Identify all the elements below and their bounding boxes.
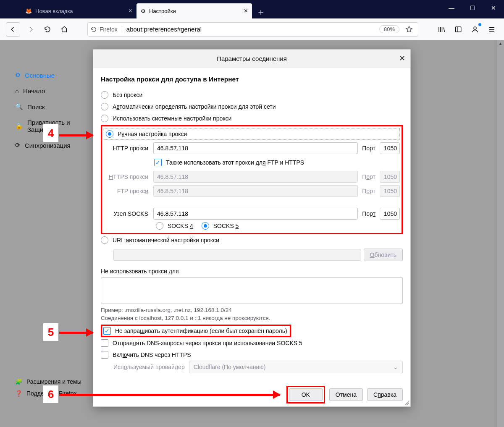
radio-icon (202, 222, 209, 230)
socks-host-input[interactable] (153, 208, 358, 220)
bookmark-star-icon[interactable] (403, 23, 415, 36)
no-proxy-label: Не использовать прокси для (101, 268, 403, 275)
close-icon[interactable]: × (129, 8, 132, 14)
port-label: Порт (360, 173, 377, 180)
window-maximize[interactable]: ☐ (462, 0, 483, 16)
socks-dns-checkbox[interactable]: Отправлять DNS-запросы через прокси при … (101, 337, 403, 349)
dialog-heading: Настройка прокси для доступа в Интернет (101, 76, 403, 83)
doh-checkbox[interactable]: Включить DNS через HTTPS (101, 349, 403, 361)
ftp-port-input (380, 185, 400, 197)
gear-icon: ⚙ (141, 8, 146, 14)
svg-point-1 (474, 27, 476, 29)
window-close[interactable]: ✕ (483, 0, 504, 16)
checkbox-icon[interactable] (103, 327, 111, 335)
radio-socks5[interactable]: SOCKS 5 (202, 222, 239, 230)
radio-manual[interactable]: Ручная настройка прокси (104, 128, 400, 140)
port-label: Порт (360, 188, 377, 194)
provider-label: Используемый провайдер (113, 364, 185, 370)
checkbox-icon (101, 339, 108, 347)
port-label: Порт (360, 145, 377, 152)
annotation-arrow-4 (59, 134, 93, 136)
http-proxy-input[interactable] (153, 142, 358, 154)
svg-rect-0 (455, 27, 461, 32)
gear-icon: ⚙ (15, 71, 21, 79)
cancel-button[interactable]: Отмена (329, 388, 363, 401)
close-icon[interactable]: ✕ (399, 54, 405, 63)
back-button[interactable] (6, 22, 20, 37)
socks-host-label: Узел SOCKS (104, 210, 151, 217)
https-proxy-input (153, 171, 358, 183)
no-proxy-note: Соединения с localhost, 127.0.0.1 и ::1 … (101, 315, 403, 321)
resize-grip[interactable] (403, 399, 409, 405)
menu-icon[interactable] (486, 23, 498, 36)
no-proxy-textarea[interactable] (101, 277, 403, 304)
urlbar[interactable]: Firefox 80% (87, 22, 418, 37)
radio-icon (101, 115, 108, 122)
forward-button[interactable] (24, 23, 37, 36)
checkbox-icon (101, 351, 108, 359)
annotation-arrow-5 (59, 332, 93, 334)
zoom-indicator[interactable]: 80% (379, 25, 399, 33)
notification-dot (478, 23, 481, 26)
checkbox-icon (154, 159, 162, 166)
chevron-down-icon: ⌄ (393, 364, 398, 370)
dialog-title-bar: Параметры соединения ✕ (93, 50, 410, 68)
close-icon[interactable]: × (244, 8, 248, 14)
identity-box[interactable]: Firefox (90, 26, 122, 33)
annotation-arrow-6 (59, 394, 280, 396)
radio-auto-detect[interactable]: Автоматически определять настройки прокс… (101, 101, 403, 113)
annotation-box-4: Ручная настройка прокси HTTP прокси Порт… (101, 125, 403, 234)
tab-label: Новая вкладка (35, 8, 73, 14)
home-icon: ⌂ (15, 87, 19, 94)
radio-icon (101, 236, 108, 244)
no-auth-checkbox-label: Не запрашивать аутентификацию (если был … (115, 327, 287, 334)
account-icon[interactable] (469, 23, 481, 36)
search-icon: 🔍 (15, 103, 23, 110)
sidebar-item-search[interactable]: 🔍 Поиск (13, 99, 88, 115)
ftp-proxy-input (153, 185, 358, 197)
reload-button: Обновить (364, 249, 403, 261)
https-proxy-label: HTTPS прокси (104, 173, 151, 180)
annotation-5: 5 (43, 323, 58, 341)
help-icon: ❓ (15, 390, 22, 397)
http-port-input[interactable] (380, 142, 400, 154)
window-minimize[interactable]: — (441, 0, 462, 16)
sidebar-item-general[interactable]: ⚙ Основные (13, 67, 88, 83)
radio-pac[interactable]: URL автоматической настройки прокси (101, 234, 403, 246)
pac-url-input (113, 249, 361, 261)
dialog-title: Параметры соединения (217, 55, 287, 62)
help-button[interactable]: Справка (367, 388, 403, 401)
radio-socks4[interactable]: SOCKS 4 (156, 222, 193, 230)
annotation-6: 6 (43, 385, 58, 403)
port-label: Порт (360, 210, 377, 217)
radio-icon (106, 130, 113, 138)
sidebar-icon[interactable] (452, 23, 465, 36)
lock-icon: 🔒 (15, 122, 23, 130)
sync-icon: ⟳ (15, 141, 21, 149)
annotation-4: 4 (43, 124, 58, 142)
same-for-all-checkbox[interactable]: Также использовать этот прокси для FTP и… (154, 157, 400, 168)
tab-settings[interactable]: ⚙ Настройки × (136, 3, 252, 18)
sidebar-item-home[interactable]: ⌂ Начало (13, 83, 88, 99)
library-icon[interactable] (435, 23, 448, 36)
navbar: Firefox 80% (0, 18, 504, 40)
ok-button[interactable]: OK (289, 388, 323, 401)
annotation-box-6: OK (286, 386, 325, 403)
new-tab-button[interactable]: ＋ (252, 6, 270, 18)
radio-no-proxy[interactable]: Без прокси (101, 89, 403, 101)
provider-select: Cloudflare (По умолчанию) ⌄ (189, 361, 403, 373)
home-button[interactable] (58, 23, 71, 36)
annotation-box-5: Не запрашивать аутентификацию (если был … (101, 325, 291, 337)
reload-button[interactable] (41, 23, 54, 36)
tab-new[interactable]: 🦊 Новая вкладка × (21, 3, 136, 18)
socks-port-input[interactable] (380, 208, 400, 220)
titlebar: 🦊 Новая вкладка × ⚙ Настройки × ＋ — ☐ ✕ (0, 0, 504, 18)
firefox-icon: 🦊 (25, 8, 32, 14)
http-proxy-label: HTTP прокси (104, 145, 151, 152)
radio-icon (101, 103, 108, 110)
ftp-proxy-label: FTP прокси (104, 188, 151, 194)
radio-system[interactable]: Использовать системные настройки прокси (101, 113, 403, 124)
url-input[interactable] (126, 25, 376, 33)
connection-settings-dialog: Параметры соединения ✕ Настройка прокси … (93, 49, 411, 407)
no-proxy-example: Пример: .mozilla-russia.org, .net.nz, 19… (101, 307, 403, 313)
